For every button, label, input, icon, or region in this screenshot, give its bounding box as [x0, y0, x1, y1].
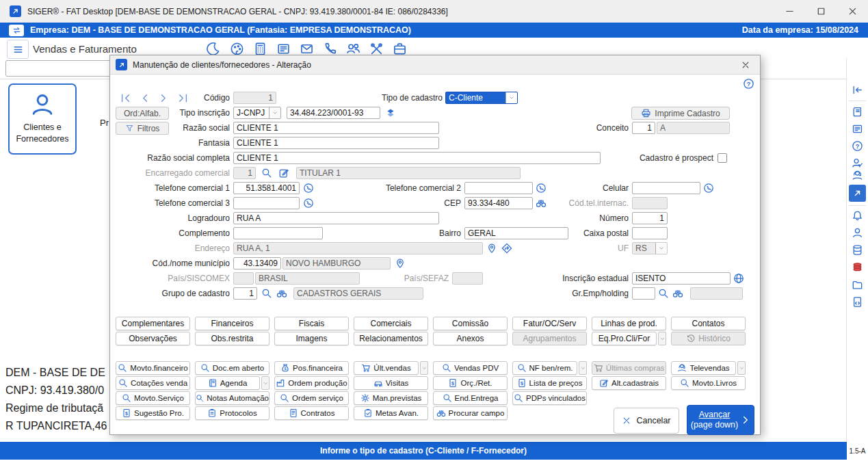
- action-cotacoes-venda[interactable]: Cotações venda: [116, 376, 190, 390]
- tab-fatur-oc-serv[interactable]: Fatur/OC/Serv: [512, 317, 587, 330]
- phone-icon[interactable]: [323, 42, 337, 56]
- whatsapp-icon[interactable]: [703, 183, 714, 194]
- binoculars-icon[interactable]: [536, 198, 547, 209]
- field-cnpj[interactable]: 34.484.223/0001-93: [287, 107, 380, 119]
- collapse-icon[interactable]: [852, 84, 863, 96]
- switch-company-icon[interactable]: [9, 25, 24, 36]
- tab-eq-pro-cli-for[interactable]: Eq.Pro.Cli/For: [592, 332, 657, 345]
- scroll-icon[interactable]: [852, 106, 863, 118]
- news-icon[interactable]: [276, 42, 291, 56]
- action-televendas[interactable]: Televendas: [671, 361, 736, 375]
- calculator-icon[interactable]: [253, 42, 267, 56]
- prospect-checkbox[interactable]: [718, 153, 727, 163]
- search-icon[interactable]: [261, 288, 272, 299]
- directions-icon[interactable]: [501, 243, 512, 254]
- news-icon[interactable]: [852, 123, 863, 135]
- tab-relacionamentos[interactable]: Relacionamentos: [354, 332, 428, 345]
- field-cep[interactable]: 93.334-480: [464, 197, 533, 209]
- field-complemento[interactable]: [233, 227, 323, 239]
- action-sugestao-pro[interactable]: Sugestão Pro.: [116, 406, 190, 420]
- field-insc-estadual[interactable]: ISENTO: [632, 272, 731, 285]
- nav-next-icon[interactable]: [158, 92, 170, 104]
- chevron-down-icon[interactable]: [420, 361, 428, 375]
- tab-contatos[interactable]: Contatos: [671, 317, 746, 330]
- field-razao-social[interactable]: CLIENTE 1: [233, 122, 439, 134]
- person-check-icon[interactable]: [852, 157, 863, 169]
- action-nf-ben-rem[interactable]: NF ben/rem.: [512, 361, 577, 375]
- advance-button[interactable]: Avançar(page down): [687, 405, 754, 435]
- action-vendas-pdv[interactable]: Vendas PDV: [433, 361, 508, 375]
- action-man-previstas[interactable]: Man.previstas: [354, 391, 428, 405]
- coins-icon[interactable]: [852, 261, 863, 273]
- binoculars-icon[interactable]: [672, 288, 683, 299]
- action-alt-cadastrais[interactable]: Alt.cadastrais: [592, 376, 666, 390]
- action-lista-de-precos[interactable]: Lista de preços: [512, 376, 587, 390]
- tab-financeiros[interactable]: Financeiros: [195, 317, 269, 330]
- imprime-cadastro-button[interactable]: Imprime Cadastro: [631, 107, 730, 120]
- field-fantasia[interactable]: CLIENTE 1: [233, 137, 439, 149]
- action-movto-servico[interactable]: Movto.Serviço: [116, 391, 190, 405]
- chevron-down-icon[interactable]: [658, 332, 666, 345]
- action-protocolos[interactable]: Protocolos: [195, 406, 269, 420]
- close-button[interactable]: [837, 0, 868, 23]
- tab-observacoes[interactable]: Observações: [116, 332, 190, 345]
- action-movto-livros[interactable]: Movto.Livros: [671, 376, 746, 390]
- palette-icon[interactable]: [230, 42, 244, 56]
- select-tipo-cadastro[interactable]: C-Cliente: [445, 92, 518, 104]
- chevron-down-icon[interactable]: [737, 361, 746, 375]
- field-municipio-cod[interactable]: 43.13409: [233, 257, 281, 269]
- action-ordem-producao[interactable]: Ordem produção: [274, 376, 349, 390]
- minimize-button[interactable]: [774, 0, 805, 23]
- bell-icon[interactable]: [852, 210, 863, 222]
- mail-icon[interactable]: [300, 42, 314, 56]
- whatsapp-icon[interactable]: [303, 198, 314, 209]
- whatsapp-icon[interactable]: [536, 183, 547, 194]
- maximize-button[interactable]: [805, 0, 837, 23]
- action-ordem-servico[interactable]: Ordem serviço: [274, 391, 349, 405]
- map-pin-icon[interactable]: [395, 258, 406, 269]
- headset-icon[interactable]: [852, 170, 863, 181]
- action-notas-automacao[interactable]: Notas Automação: [195, 391, 269, 405]
- action-pos-financeira[interactable]: Pos.financeira: [274, 361, 349, 375]
- field-tel1[interactable]: 51.3581.4001: [233, 182, 300, 194]
- tab-complementares[interactable]: Complementares: [116, 317, 190, 330]
- tab-comerciais[interactable]: Comerciais: [354, 317, 428, 330]
- help-icon[interactable]: [852, 140, 863, 152]
- field-numero[interactable]: 1: [632, 212, 668, 224]
- search-icon[interactable]: [261, 168, 272, 179]
- briefcase-icon[interactable]: [393, 42, 407, 56]
- field-caixa-postal[interactable]: [632, 227, 668, 239]
- chevron-down-icon[interactable]: [261, 376, 269, 390]
- launch-button[interactable]: [849, 185, 866, 202]
- tab-comissao[interactable]: Comissão: [433, 317, 508, 330]
- chevron-down-icon[interactable]: [505, 92, 517, 103]
- code-file-icon[interactable]: [852, 296, 863, 308]
- moon-icon[interactable]: [207, 42, 221, 56]
- tab-anexos[interactable]: Anexos: [433, 332, 508, 345]
- field-logradouro[interactable]: RUA A: [233, 212, 439, 224]
- menu-button[interactable]: [7, 40, 29, 59]
- tab-linhas-de-prod[interactable]: Linhas de prod.: [592, 317, 666, 330]
- select-tipo-inscricao[interactable]: J-CNPJ: [233, 107, 281, 119]
- people-icon[interactable]: [346, 42, 360, 56]
- field-razao-completa[interactable]: CLIENTE 1: [233, 152, 601, 164]
- whatsapp-icon[interactable]: [303, 183, 314, 194]
- action-visitas[interactable]: Visitas: [354, 376, 428, 390]
- tab-obs-restrita[interactable]: Obs.restrita: [195, 332, 269, 345]
- tab-imagens[interactable]: Imagens: [274, 332, 349, 345]
- binoculars-icon[interactable]: [276, 288, 287, 299]
- nav-first-icon[interactable]: [120, 92, 131, 104]
- field-conceito[interactable]: 1: [632, 122, 655, 134]
- field-gr-emp[interactable]: [632, 287, 655, 300]
- action-contratos[interactable]: Contratos: [274, 406, 349, 420]
- chevron-down-icon[interactable]: [269, 107, 280, 118]
- field-tel3[interactable]: [233, 197, 300, 209]
- field-celular[interactable]: [632, 182, 700, 194]
- quick-search-input[interactable]: [5, 60, 122, 77]
- action-agenda[interactable]: Agenda: [195, 376, 260, 390]
- person-icon[interactable]: [852, 227, 863, 239]
- tab-fiscais[interactable]: Fiscais: [274, 317, 349, 330]
- field-grupo-cod[interactable]: 1: [233, 287, 257, 300]
- map-pin-icon[interactable]: [486, 243, 497, 254]
- field-tel2[interactable]: [464, 182, 533, 194]
